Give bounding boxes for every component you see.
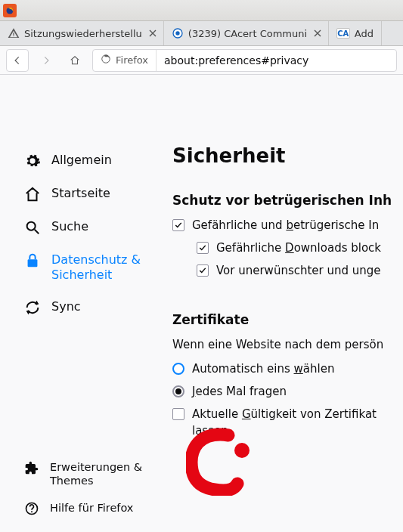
radio-ask-every-time[interactable]: Jedes Mal fragen: [172, 385, 403, 398]
warning-icon: [8, 27, 20, 39]
sidebar-item-search[interactable]: Suche: [21, 211, 172, 244]
option-label: Vor unerwünschter und unge: [216, 264, 381, 277]
url-text: about:preferences#privacy: [157, 54, 316, 66]
back-button[interactable]: [6, 49, 29, 72]
sidebar-item-label: Startseite: [51, 186, 110, 201]
sidebar-item-label: Suche: [51, 219, 88, 234]
preferences-main: Sicherheit Schutz vor betrügerischen Inh…: [172, 75, 403, 532]
close-icon[interactable]: [147, 27, 159, 39]
sidebar-item-label: Allgemein: [51, 153, 112, 168]
firefox-brand-icon: [101, 54, 111, 66]
tab-label: Sitzungswiederherstellu: [24, 28, 142, 39]
subheading-deceptive: Schutz vor betrügerischen Inh: [172, 193, 403, 208]
sidebar-item-extensions[interactable]: Erweiterungen & Themes: [21, 453, 172, 494]
section-deceptive-content: Schutz vor betrügerischen Inh Gefährlich…: [172, 193, 403, 277]
lock-icon: [24, 252, 41, 269]
option-label: Aktuelle Gültigkeit von Zertifikat: [192, 407, 377, 421]
window-titlebar: [0, 0, 403, 21]
gear-icon: [24, 153, 41, 169]
identity-label: Firefox: [116, 54, 148, 66]
checkbox[interactable]: [172, 219, 184, 231]
sidebar-item-label: Hilfe für Firefox: [50, 501, 133, 515]
puzzle-icon: [24, 460, 39, 475]
sidebar-item-sync[interactable]: Sync: [21, 291, 172, 324]
section-heading-security: Sicherheit: [172, 144, 403, 167]
sidebar-item-help[interactable]: Hilfe für Firefox: [21, 494, 172, 523]
svg-rect-6: [28, 259, 38, 267]
checkbox[interactable]: [172, 408, 184, 420]
svg-point-8: [31, 511, 33, 512]
svg-point-4: [31, 159, 35, 163]
radio[interactable]: [172, 385, 184, 397]
help-icon: [24, 501, 39, 516]
checkbox[interactable]: [197, 242, 209, 254]
tab-session-restore[interactable]: Sitzungswiederherstellu: [0, 21, 164, 45]
option-label: Jedes Mal fragen: [192, 385, 287, 398]
nav-toolbar: Firefox about:preferences#privacy: [0, 46, 403, 75]
option-warn-unwanted[interactable]: Vor unerwünschter und unge: [197, 264, 403, 277]
option-block-downloads[interactable]: Gefährliche Downloads block: [197, 241, 403, 255]
tab-strip: Sitzungswiederherstellu (3239) CAcert Co…: [0, 21, 403, 46]
option-label: Gefährliche und betrügerische In: [192, 218, 379, 232]
subheading-certificates: Zertifikate: [172, 312, 403, 327]
svg-point-5: [27, 222, 36, 230]
sidebar-item-label: Erweiterungen & Themes: [50, 460, 166, 487]
option-label: Automatisch eins wählen: [192, 362, 334, 376]
option-label: lassen: [192, 424, 228, 438]
svg-point-2: [175, 31, 179, 35]
tab-cacert[interactable]: (3239) CAcert Communi: [164, 21, 329, 45]
option-block-dangerous[interactable]: Gefährliche und betrügerische In: [172, 218, 403, 232]
sidebar-item-label: Sync: [51, 299, 81, 314]
cacert-icon: [172, 27, 184, 39]
sidebar-item-home[interactable]: Startseite: [21, 178, 172, 211]
checkbox-ocsp[interactable]: Aktuelle Gültigkeit von Zertifikat: [172, 407, 403, 421]
tab-label: (3239) CAcert Communi: [188, 28, 307, 39]
option-label: Gefährliche Downloads block: [216, 241, 381, 255]
close-icon[interactable]: [312, 27, 324, 39]
url-bar[interactable]: Firefox about:preferences#privacy: [92, 49, 397, 72]
sidebar-item-general[interactable]: Allgemein: [21, 144, 172, 178]
home-icon: [24, 186, 41, 203]
checkbox-ocsp-line2: lassen: [192, 424, 403, 438]
radio[interactable]: [172, 363, 184, 375]
certificates-intro: Wenn eine Website nach dem persön: [172, 338, 383, 351]
home-button[interactable]: [64, 49, 86, 72]
search-icon: [24, 219, 41, 236]
sidebar-item-privacy[interactable]: Datenschutz & Sicherheit: [21, 244, 172, 291]
preferences-sidebar: Allgemein Startseite Suche Datenschutz &…: [0, 75, 172, 532]
forward-button[interactable]: [35, 49, 57, 72]
tab-add-new[interactable]: CA Add New: [329, 21, 382, 45]
sync-icon: [24, 299, 41, 316]
radio-auto-select[interactable]: Automatisch eins wählen: [172, 362, 403, 376]
section-certificates: Zertifikate Wenn eine Website nach dem p…: [172, 312, 403, 438]
tab-label: Add New: [355, 28, 377, 39]
firefox-app-icon: [3, 4, 17, 17]
checkbox[interactable]: [197, 264, 209, 277]
preferences-pane: Allgemein Startseite Suche Datenschutz &…: [0, 75, 403, 532]
sidebar-item-label: Datenschutz & Sicherheit: [51, 252, 166, 283]
ca-badge-icon: CA: [336, 28, 350, 39]
identity-box[interactable]: Firefox: [93, 50, 157, 71]
